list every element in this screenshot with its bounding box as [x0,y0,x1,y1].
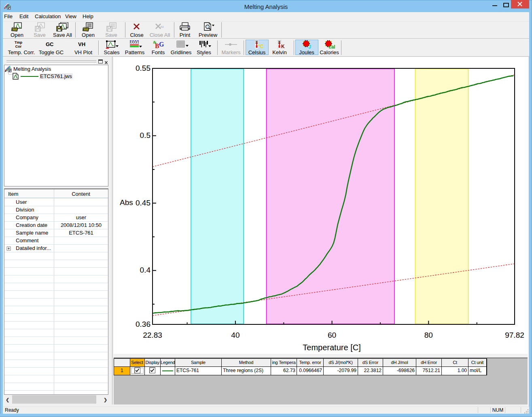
svg-text:G: G [159,41,164,48]
svg-text:0.5: 0.5 [140,131,150,140]
svg-text:0.36: 0.36 [136,320,150,328]
svg-text:0.45: 0.45 [136,199,150,207]
svg-text:All: All [160,25,164,29]
svg-text:22.83: 22.83 [143,331,162,339]
svg-text:K: K [281,44,285,49]
svg-text:60: 60 [328,331,336,339]
svg-text:J: J [308,44,311,49]
svg-text:°C: °C [258,44,264,49]
svg-text:Temperature [C]: Temperature [C] [303,343,360,352]
svg-text:cal: cal [329,44,335,49]
svg-text:80: 80 [424,331,433,339]
svg-text:97.82: 97.82 [505,331,524,339]
svg-text:40: 40 [231,331,240,339]
svg-text:0.55: 0.55 [136,64,150,72]
svg-text:0.4: 0.4 [140,266,151,274]
svg-text:Abs: Abs [120,198,133,207]
